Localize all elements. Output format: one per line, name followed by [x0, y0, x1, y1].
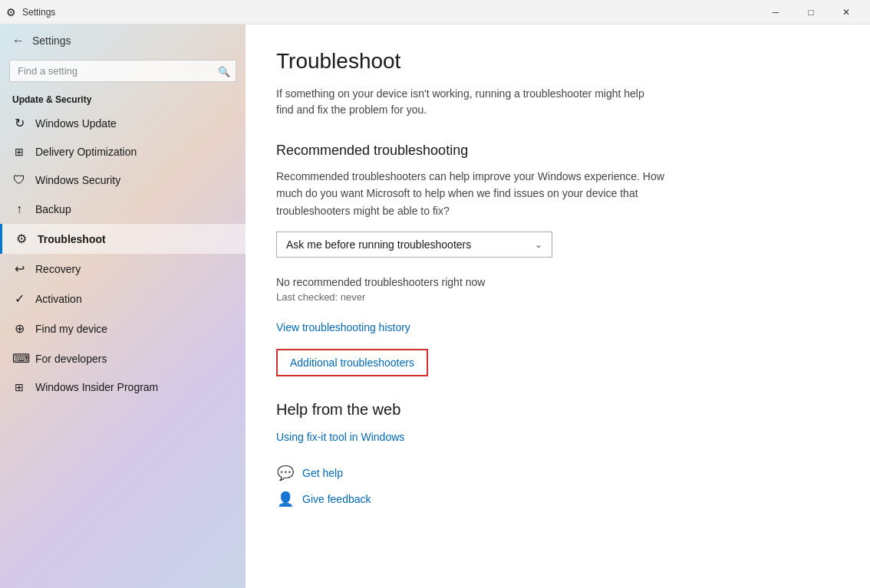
windows-security-icon: 🛡: [12, 173, 26, 187]
sidebar-section-title: Update & Security: [0, 88, 246, 108]
troubleshoot-icon: ⚙: [15, 232, 28, 246]
for-developers-icon: ⌨: [12, 351, 26, 366]
sidebar-item-label: Delivery Optimization: [35, 146, 137, 158]
sidebar-item-label: Find my device: [35, 323, 107, 335]
sidebar-item-windows-update[interactable]: ↻ Windows Update: [0, 108, 246, 138]
recovery-icon: ↩: [12, 261, 26, 276]
titlebar-left: ⚙ Settings: [6, 6, 55, 18]
sidebar-item-label: Troubleshoot: [38, 233, 106, 245]
back-button[interactable]: ← Settings: [0, 25, 246, 57]
page-subtitle: If something on your device isn't workin…: [276, 86, 660, 118]
give-feedback-icon: 👤: [276, 491, 295, 508]
sidebar-item-label: Backup: [35, 203, 71, 215]
find-my-device-icon: ⊕: [12, 321, 26, 336]
sidebar-item-for-developers[interactable]: ⌨ For developers: [0, 343, 246, 373]
sidebar-settings-label: Settings: [32, 34, 71, 47]
no-troubleshooters-status: No recommended troubleshooters right now: [276, 276, 839, 288]
sidebar-item-label: Windows Update: [35, 117, 117, 130]
titlebar-title: Settings: [22, 7, 55, 18]
dropdown-value: Ask me before running troubleshooters: [286, 238, 471, 251]
last-checked-text: Last checked: never: [276, 291, 839, 303]
content-area: Troubleshoot If something on your device…: [246, 25, 870, 588]
sidebar-item-label: Windows Security: [35, 174, 120, 186]
sidebar: ← Settings 🔍 Update & Security ↻ Windows…: [0, 25, 246, 588]
footer-links: 💬 Get help 👤 Give feedback: [276, 465, 839, 508]
sidebar-item-label: For developers: [35, 353, 107, 365]
get-help-icon: 💬: [276, 465, 295, 481]
windows-insider-icon: ⊞: [12, 381, 26, 393]
give-feedback-item[interactable]: 👤 Give feedback: [276, 491, 839, 508]
sidebar-item-activation[interactable]: ✓ Activation: [0, 284, 246, 314]
titlebar: ⚙ Settings ─ □ ✕: [0, 0, 870, 25]
troubleshoot-dropdown[interactable]: Ask me before running troubleshooters ⌄: [276, 232, 552, 258]
search-container: 🔍: [9, 60, 236, 82]
chevron-down-icon: ⌄: [535, 239, 542, 250]
sidebar-item-windows-insider[interactable]: ⊞ Windows Insider Program: [0, 373, 246, 401]
windows-update-icon: ↻: [12, 116, 26, 130]
recommended-section-title: Recommended troubleshooting: [276, 143, 839, 159]
settings-window-icon: ⚙: [6, 6, 16, 18]
sidebar-item-windows-security[interactable]: 🛡 Windows Security: [0, 166, 246, 195]
additional-troubleshooters-button[interactable]: Additional troubleshooters: [276, 349, 428, 376]
sidebar-item-find-my-device[interactable]: ⊕ Find my device: [0, 314, 246, 343]
recommended-section-desc: Recommended troubleshooters can help imp…: [276, 168, 675, 219]
get-help-link[interactable]: Get help: [302, 467, 343, 479]
back-arrow-icon: ←: [12, 34, 25, 48]
maximize-button[interactable]: □: [793, 0, 829, 25]
sidebar-item-delivery-optimization[interactable]: ⊞ Delivery Optimization: [0, 138, 246, 166]
help-section-title: Help from the web: [276, 401, 839, 419]
sidebar-item-backup[interactable]: ↑ Backup: [0, 195, 246, 224]
delivery-optimization-icon: ⊞: [12, 146, 26, 158]
sidebar-item-label: Activation: [35, 293, 82, 305]
fix-it-tool-link[interactable]: Using fix-it tool in Windows: [276, 431, 404, 443]
sidebar-item-recovery[interactable]: ↩ Recovery: [0, 254, 246, 284]
page-title: Troubleshoot: [276, 49, 839, 74]
minimize-button[interactable]: ─: [758, 0, 793, 25]
sidebar-item-label: Windows Insider Program: [35, 381, 158, 393]
main-layout: ← Settings 🔍 Update & Security ↻ Windows…: [0, 25, 870, 588]
get-help-item[interactable]: 💬 Get help: [276, 465, 839, 481]
sidebar-item-troubleshoot[interactable]: ⚙ Troubleshoot: [0, 224, 246, 254]
close-button[interactable]: ✕: [829, 0, 864, 25]
sidebar-item-label: Recovery: [35, 263, 81, 275]
give-feedback-link[interactable]: Give feedback: [302, 493, 371, 505]
view-history-link[interactable]: View troubleshooting history: [276, 321, 410, 333]
search-input[interactable]: [9, 60, 236, 82]
titlebar-controls: ─ □ ✕: [758, 0, 864, 25]
activation-icon: ✓: [12, 291, 26, 306]
backup-icon: ↑: [12, 202, 26, 216]
